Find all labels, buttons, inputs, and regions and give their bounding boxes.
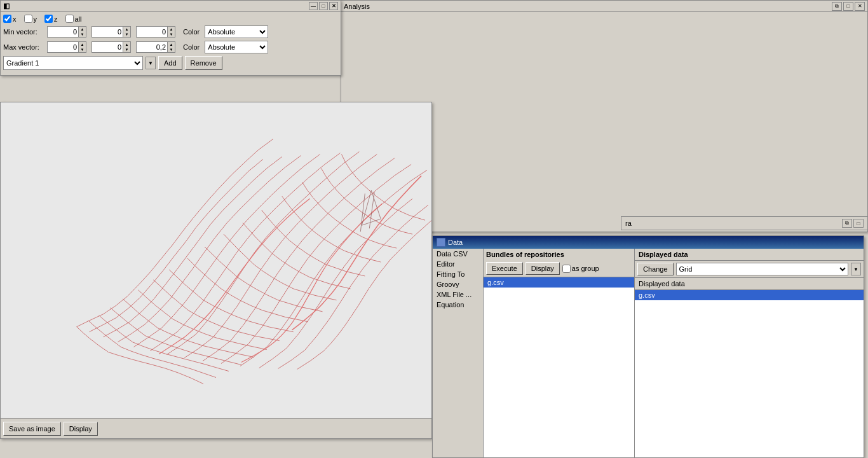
data-title-icon <box>437 238 445 247</box>
max-x-down[interactable]: ▼ <box>79 47 86 52</box>
min-z-down[interactable]: ▼ <box>168 32 175 37</box>
gradient-editor-window: ◧ — □ ✕ x y z all <box>0 0 341 76</box>
max-z-up[interactable]: ▲ <box>168 42 175 47</box>
max-x-arrows: ▲ ▼ <box>79 41 86 53</box>
gradient-dropdown-arrow[interactable]: ▼ <box>146 57 156 69</box>
panel-expand-button[interactable]: □ <box>853 219 864 228</box>
wireframe-svg <box>1 102 431 418</box>
min-color-select[interactable]: Absolute Relative Fixed <box>205 25 268 38</box>
max-x-input[interactable]: 0 <box>47 41 79 53</box>
max-color-select[interactable]: Absolute Relative Fixed <box>205 41 268 53</box>
min-z-up[interactable]: ▲ <box>168 27 175 32</box>
gradient-selector-row: Gradient 1 Gradient 2 Gradient 3 ▼ Add R… <box>3 56 338 70</box>
add-gradient-button[interactable]: Add <box>158 56 182 70</box>
menu-item-xml[interactable]: XML File ... <box>433 289 483 300</box>
checkbox-z-label[interactable]: z <box>44 15 58 23</box>
plot-footer: Save as image Display <box>1 418 431 438</box>
analysis-right-text: ra <box>625 219 632 227</box>
data-window: Data Data CSV Editor Fitting To Groovy X… <box>432 235 864 458</box>
analysis-close-button[interactable]: ✕ <box>855 2 865 11</box>
data-menu-list: Data CSV Editor Fitting To Groovy XML Fi… <box>433 249 483 457</box>
checkbox-x-label[interactable]: x <box>3 15 17 23</box>
as-group-checkbox[interactable] <box>562 265 571 273</box>
max-x-up[interactable]: ▲ <box>79 42 86 47</box>
checkbox-y-label[interactable]: y <box>24 15 37 23</box>
menu-item-groovy[interactable]: Groovy <box>433 279 483 289</box>
max-z-input[interactable]: 0,2 <box>136 41 168 53</box>
checkbox-all-label[interactable]: all <box>65 15 82 23</box>
bundles-list-item-gcsv[interactable]: g.csv <box>484 277 634 288</box>
checkbox-row: x y z all <box>3 15 338 23</box>
change-button[interactable]: Change <box>637 263 674 275</box>
as-group-label[interactable]: as group <box>562 265 599 273</box>
min-y-spinbox: 0 ▲ ▼ <box>92 26 131 38</box>
menu-item-equation[interactable]: Equation <box>433 300 483 310</box>
min-y-input[interactable]: 0 <box>92 26 123 38</box>
gradient-select[interactable]: Gradient 1 Gradient 2 Gradient 3 <box>3 56 143 70</box>
displayed-data-list: g.csv <box>635 290 864 457</box>
analysis-restore-button[interactable]: ⧉ <box>832 2 842 11</box>
display-button[interactable]: Display <box>64 422 98 436</box>
display-data-button[interactable]: Display <box>526 262 560 275</box>
max-z-spinbox: 0,2 ▲ ▼ <box>136 41 175 53</box>
analysis-titlebar-buttons: ⧉ □ ✕ <box>832 2 865 11</box>
min-x-input[interactable]: 0 <box>47 26 79 38</box>
panel-restore-button[interactable]: ⧉ <box>842 219 852 228</box>
min-x-spinbox: 0 ▲ ▼ <box>47 26 86 38</box>
min-y-up[interactable]: ▲ <box>123 27 130 32</box>
gradient-titlebar-buttons: — □ ✕ <box>309 2 338 10</box>
data-left-panel: Data CSV Editor Fitting To Groovy XML Fi… <box>433 249 484 457</box>
displayed-data-header: Displayed data <box>635 249 864 261</box>
data-titlebar: Data <box>433 236 864 249</box>
displayed-data-label: Displayed data <box>635 278 864 290</box>
min-z-input[interactable]: 0 <box>136 26 168 38</box>
max-z-down[interactable]: ▼ <box>168 47 175 52</box>
save-as-image-button[interactable]: Save as image <box>3 422 61 436</box>
analysis-maximize-button[interactable]: □ <box>843 2 853 11</box>
plot-area <box>1 102 431 418</box>
gradient-title-icon: ◧ <box>3 2 10 10</box>
mesh-container <box>1 102 431 418</box>
min-x-down[interactable]: ▼ <box>79 32 86 37</box>
min-vector-label: Min vector: <box>3 28 44 36</box>
remove-gradient-button[interactable]: Remove <box>185 56 222 70</box>
min-z-spinbox: 0 ▲ ▼ <box>136 26 175 38</box>
bundles-of-repos-header: Bundles of repositories <box>484 249 634 260</box>
max-y-down[interactable]: ▼ <box>123 47 130 52</box>
gradient-titlebar: ◧ — □ ✕ <box>1 1 341 12</box>
z-label: z <box>54 15 58 23</box>
grid-select[interactable]: Grid Scatter Line <box>676 263 848 275</box>
min-z-arrows: ▲ ▼ <box>168 26 175 38</box>
min-x-arrows: ▲ ▼ <box>79 26 86 38</box>
checkbox-z[interactable] <box>44 15 53 23</box>
min-color-label: Color <box>183 28 200 36</box>
analysis-title: Analysis <box>344 3 370 10</box>
analysis-titlebar: Analysis ⧉ □ ✕ <box>341 1 867 12</box>
menu-item-editor[interactable]: Editor <box>433 259 483 269</box>
max-x-spinbox: 0 ▲ ▼ <box>47 41 86 53</box>
min-y-down[interactable]: ▼ <box>123 32 130 37</box>
close-button[interactable]: ✕ <box>329 2 338 10</box>
gradient-selector: Gradient 1 Gradient 2 Gradient 3 ▼ Add R… <box>3 56 222 70</box>
execute-button[interactable]: Execute <box>486 262 523 275</box>
displayed-data-item-gcsv[interactable]: g.csv <box>635 290 864 300</box>
grid-dropdown-wrapper: Grid Scatter Line <box>676 263 848 275</box>
menu-item-fitting[interactable]: Fitting To <box>433 269 483 279</box>
bundles-toolbar: Execute Display as group <box>484 260 634 277</box>
minimize-button[interactable]: — <box>309 2 318 10</box>
checkbox-y[interactable] <box>24 15 32 23</box>
checkbox-x[interactable] <box>3 15 11 23</box>
max-y-spinbox: 0 ▲ ▼ <box>92 41 131 53</box>
grid-dropdown-arrow[interactable]: ▼ <box>851 263 861 275</box>
svg-rect-0 <box>1 105 431 416</box>
max-y-up[interactable]: ▲ <box>123 42 130 47</box>
maximize-button[interactable]: □ <box>319 2 328 10</box>
menu-item-data-csv[interactable]: Data CSV <box>433 249 483 259</box>
all-label: all <box>75 15 82 23</box>
min-x-up[interactable]: ▲ <box>79 27 86 32</box>
max-y-input[interactable]: 0 <box>92 41 123 53</box>
max-vector-label: Max vector: <box>3 43 44 51</box>
min-y-arrows: ▲ ▼ <box>123 26 131 38</box>
checkbox-all[interactable] <box>65 15 74 23</box>
as-group-text: as group <box>572 265 599 272</box>
